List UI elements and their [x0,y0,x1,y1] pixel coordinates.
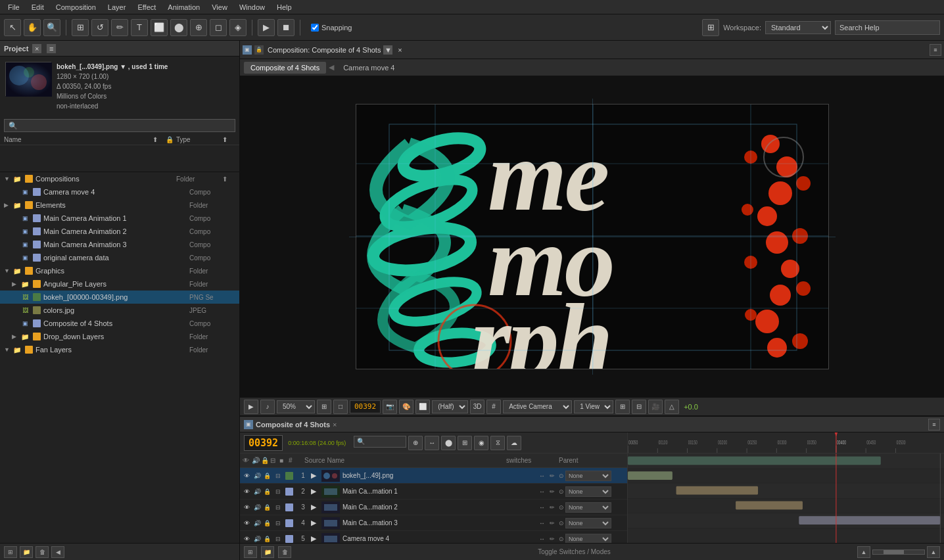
layer-3-motion[interactable]: ↔ [539,504,550,511]
layer-5-collapse[interactable]: ⊟ [273,534,283,544]
hand-tool[interactable]: ✋ [24,19,41,36]
layer-4-motion[interactable]: ↔ [539,520,550,526]
clone-tool[interactable]: ⊕ [190,19,207,36]
trash-btn[interactable]: 🗑 [35,546,49,558]
display-btn[interactable]: ⬜ [415,400,430,414]
3d-btn[interactable]: 3D [470,400,484,414]
comp-panel-menu[interactable]: ≡ [930,44,941,56]
layer-4-audio[interactable]: 🔊 [253,519,262,528]
menu-help[interactable]: Help [271,2,297,12]
text-tool[interactable]: T [131,19,148,36]
layer-2-edit[interactable]: ✏ [550,488,559,495]
camera-tool[interactable]: ⊞ [72,19,89,36]
layer-5-motion[interactable]: ↔ [539,536,550,542]
layer-1-lock[interactable]: 🔒 [263,471,272,480]
layer-3-toggle[interactable]: ▶ [311,503,321,511]
layer-5-toggle[interactable]: ▶ [311,534,321,543]
layer-1-swatch[interactable] [285,472,293,480]
layer-3-parent-select[interactable]: None [565,502,611,513]
list-item[interactable]: ▶ 📁 Drop_down Layers Folder [0,330,239,343]
split-btn[interactable]: ⊟ [632,400,646,414]
menu-edit[interactable]: Edit [26,2,49,12]
project-search-input[interactable] [4,119,235,132]
workspace-select[interactable]: Standard [765,21,831,34]
layer-3-swatch[interactable] [285,503,293,511]
layer-row-3[interactable]: 👁 🔊 🔒 ⊟ 3 ▶ [240,500,627,515]
list-item[interactable]: ▼ 📁 Fan Layers Folder [0,343,239,356]
list-item[interactable]: ▣ Camera move 4 Compo [0,185,239,198]
bottom-new-comp[interactable]: ⊞ [244,546,257,558]
layer-5-audio[interactable]: 🔊 [253,534,262,544]
layer-4-collapse[interactable]: ⊟ [273,519,283,528]
timeline-close[interactable]: × [333,421,337,429]
toggle-graphics[interactable]: ▼ [4,268,12,274]
viewer-canvas[interactable]: me mo rph [240,76,944,397]
list-item[interactable]: ▣ original camera data Compo [0,251,239,264]
list-item[interactable]: 🖼 colors.jpg JPEG [0,304,239,317]
layer-2-eye[interactable]: 👁 [243,487,252,496]
comp-panel-dropdown[interactable]: ▼ [383,45,392,55]
tab-camera-move-4[interactable]: Camera move 4 [337,62,401,74]
layer-2-lock[interactable]: 🔒 [263,487,272,496]
project-panel-close[interactable]: × [32,44,41,53]
fit-btn[interactable]: ⊞ [317,400,331,414]
timeline-tool-7[interactable]: ☁ [507,436,521,450]
shape-tool[interactable]: ⬜ [151,19,168,36]
layer-2-audio[interactable]: 🔊 [253,487,262,496]
timeline-timecode[interactable]: 00392 [244,435,283,451]
menu-window[interactable]: Window [234,2,270,12]
3d-draft-btn[interactable]: △ [665,400,679,414]
scroll-left[interactable]: ▲ [857,546,870,558]
timeline-tool-5[interactable]: ◉ [474,436,488,450]
keyframe-area[interactable] [628,454,944,543]
zoom-select[interactable]: 50% 100% 25% [277,400,315,413]
layer-5-lock[interactable]: 🔒 [263,534,272,544]
layer-1-parent-select[interactable]: None [565,471,611,481]
layer-1-audio[interactable]: 🔊 [253,471,262,480]
brush-tool[interactable]: ⬤ [170,19,187,36]
layer-4-toggle[interactable]: ▶ [311,519,321,527]
timeline-ruler[interactable]: 00050 00100 00150 00200 00250 00300 [628,432,944,454]
tab-composite-4-shots[interactable]: Composite of 4 Shots [244,62,326,74]
layer-5-swatch[interactable] [285,535,293,543]
layer-2-parent-select[interactable]: None [565,486,611,497]
bottom-folder[interactable]: 📁 [261,546,274,558]
view-select[interactable]: 1 View [574,400,613,413]
viewer-audio-btn[interactable]: ♪ [260,400,275,414]
layer-1-eye[interactable]: 👁 [243,471,252,480]
quality-select[interactable]: (Half) (Full) [432,400,468,413]
layer-row-4[interactable]: 👁 🔊 🔒 ⊟ 4 ▶ [240,515,627,531]
layer-row-5[interactable]: 👁 🔊 🔒 ⊟ 5 ▶ [240,531,627,543]
preview-play[interactable]: ▶ [258,19,275,36]
layer-2-toggle[interactable]: ▶ [311,487,321,496]
layout-btn[interactable]: ⊞ [615,400,630,414]
pen-tool[interactable]: ✏ [111,19,128,36]
toggle-dropdown[interactable]: ▶ [12,333,20,340]
layer-3-eye[interactable]: 👁 [243,503,252,512]
layer-5-eye[interactable]: 👁 [243,534,252,544]
layer-4-parent-select[interactable]: None [565,518,611,528]
pixel-btn[interactable]: □ [333,400,348,414]
snapping-checkbox[interactable] [311,24,319,32]
timeline-tool-2[interactable]: ↔ [425,436,439,450]
toggle-compositions[interactable]: ▼ [4,175,12,182]
timeline-tool-1[interactable]: ⊕ [408,436,423,450]
toggle-switches-label[interactable]: Toggle Switches / Modes [538,548,611,555]
menu-layer[interactable]: Layer [103,2,131,12]
menu-animation[interactable]: Animation [162,2,205,12]
search-input[interactable] [835,20,940,35]
list-item[interactable]: ▣ Main Camera Animation 2 Compo [0,225,239,238]
menu-composition[interactable]: Composition [51,2,101,12]
list-item[interactable]: ▣ Composite of 4 Shots Compo [0,317,239,330]
list-item[interactable]: ▣ Main Camera Animation 3 Compo [0,238,239,251]
timeline-scrollbar[interactable] [872,549,925,555]
list-item[interactable]: ▶ 📁 Angular_Pie Layers Folder [0,277,239,291]
layer-row-1[interactable]: 👁 🔊 🔒 ⊟ 1 ▶ [240,468,627,484]
layer-4-edit[interactable]: ✏ [550,520,559,526]
menu-file[interactable]: File [3,2,25,12]
layer-4-lock[interactable]: 🔒 [263,519,272,528]
layer-5-edit[interactable]: ✏ [550,536,559,542]
toggle-fanlayers[interactable]: ▼ [4,346,12,353]
layer-1-collapse[interactable]: ⊟ [273,471,283,480]
layer-4-swatch[interactable] [285,519,293,527]
